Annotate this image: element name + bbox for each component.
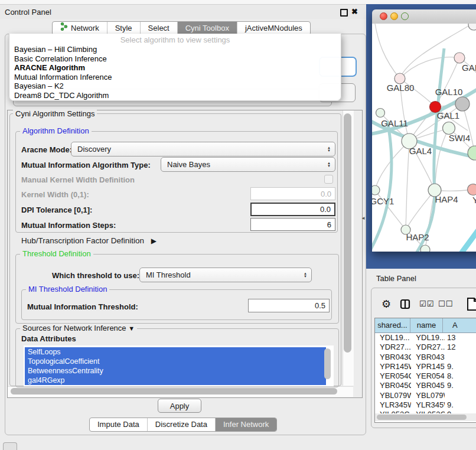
mi-steps-input[interactable]: 6 bbox=[250, 218, 335, 231]
network-window-titlebar[interactable] bbox=[372, 9, 476, 24]
tab-style[interactable]: Style bbox=[107, 22, 140, 35]
stepper-icon: ▲▼ bbox=[327, 162, 331, 168]
tab-infer-network-label: Infer Network bbox=[223, 418, 269, 431]
apply-button[interactable]: Apply bbox=[158, 399, 201, 413]
algorithm-definition-title: Algorithm Definition bbox=[20, 127, 92, 135]
aracne-mode-select[interactable]: Discovery ▲▼ bbox=[71, 142, 335, 156]
network-node-y[interactable] bbox=[468, 184, 476, 195]
column-header-clipped[interactable]: A bbox=[443, 318, 476, 332]
maximize-traffic-light[interactable] bbox=[401, 12, 409, 20]
attribute-item[interactable]: TopologicalCoefficient bbox=[25, 357, 326, 366]
which-threshold-select[interactable]: MI Threshold ▲▼ bbox=[139, 268, 312, 282]
manual-kernel-width-label: Manual Kernel Width Definition bbox=[21, 175, 135, 184]
network-node[interactable] bbox=[420, 245, 430, 252]
node-label-hap4: HAP4 bbox=[435, 194, 458, 204]
network-node[interactable] bbox=[468, 24, 476, 30]
network-canvas[interactable]: GAL80 GAL10 GAL GAL1 GAL11 SWI4 GAL4 GCY… bbox=[372, 24, 476, 252]
tab-select[interactable]: Select bbox=[140, 22, 177, 35]
network-node-gal[interactable] bbox=[454, 53, 465, 63]
node-label-gal1: GAL1 bbox=[437, 110, 459, 120]
collapse-arrow-icon: ▶ bbox=[151, 237, 157, 245]
node-label-gal10: GAL10 bbox=[435, 87, 463, 97]
panel-splitter-arrow[interactable]: ◄ bbox=[361, 216, 366, 221]
panel-title: Control Panel bbox=[5, 8, 51, 17]
manual-kernel-width-checkbox[interactable] bbox=[324, 175, 333, 184]
sources-group-title[interactable]: Sources for Network Inference ▼ bbox=[20, 324, 137, 332]
mi-steps-label: Mutual Information Steps: bbox=[21, 221, 116, 230]
tab-network[interactable]: Network bbox=[53, 22, 107, 35]
tab-jactivemnodules-label: jActiveMNodules bbox=[245, 22, 302, 35]
cell: 13 bbox=[445, 333, 476, 343]
horizontal-scrollbar-thumb[interactable] bbox=[11, 388, 337, 394]
gear-icon[interactable]: ⚙ bbox=[382, 298, 391, 311]
tab-discretize-data-label: Discretize Data bbox=[155, 418, 207, 431]
table-horizontal-scrollbar-thumb[interactable] bbox=[377, 415, 467, 420]
network-node-gal10[interactable] bbox=[455, 97, 470, 111]
table-row[interactable]: YBL079W YBL079W bbox=[375, 391, 476, 400]
cell: YBR045C bbox=[411, 381, 445, 390]
column-header-name[interactable]: name bbox=[410, 318, 443, 332]
dropdown-item[interactable]: Bayesian – K2 bbox=[9, 81, 341, 91]
tab-style-label: Style bbox=[115, 22, 132, 35]
tab-discretize-data[interactable]: Discretize Data bbox=[147, 418, 215, 431]
screen: Control Panel ✖ Network Style Select Cyn… bbox=[0, 0, 476, 450]
threshold-definition-title: Threshold Definition bbox=[20, 250, 93, 258]
close-icon[interactable]: ✖ bbox=[351, 7, 358, 16]
close-traffic-light[interactable] bbox=[380, 12, 387, 20]
table-row[interactable]: YDL19... YDL19... 13 bbox=[375, 333, 476, 343]
dropdown-item[interactable]: Dream8 DC_TDC Algorithm bbox=[9, 91, 341, 100]
dpi-tolerance-input[interactable]: 0.0 bbox=[250, 203, 335, 216]
tab-infer-network[interactable]: Infer Network bbox=[215, 418, 276, 431]
cell: YBR045C bbox=[375, 381, 411, 390]
column-header-shared-name[interactable]: shared... bbox=[375, 318, 410, 332]
control-panel-titlebar: Control Panel ✖ bbox=[0, 5, 366, 19]
cell bbox=[445, 391, 476, 400]
attribute-item[interactable]: BetweennessCentrality bbox=[25, 366, 326, 376]
table-row[interactable]: YPR145W YPR145W 9. bbox=[375, 362, 476, 371]
mi-algorithm-type-select[interactable]: Naive Bayes ▲▼ bbox=[161, 157, 335, 172]
network-node-swi4[interactable] bbox=[468, 146, 476, 160]
tab-impute-data[interactable]: Impute Data bbox=[90, 418, 147, 431]
tab-select-label: Select bbox=[148, 22, 169, 35]
minimized-panel-icon[interactable] bbox=[3, 442, 17, 450]
document-icon[interactable] bbox=[466, 297, 476, 314]
minimize-traffic-light[interactable] bbox=[390, 12, 398, 20]
network-node-gcy1[interactable] bbox=[372, 185, 380, 195]
attribute-item[interactable]: gal4RGexp bbox=[25, 376, 326, 385]
checked-checkboxes-icon[interactable]: ☑☑ bbox=[419, 299, 434, 308]
cyni-algorithm-settings-title: Cyni Algorithm Settings bbox=[13, 110, 97, 118]
network-node-gal11[interactable] bbox=[376, 109, 385, 118]
hub-definition-toggle[interactable]: Hub/Transcription Factor Definition ▶ bbox=[21, 236, 157, 245]
tab-cyni-toolbox[interactable]: Cyni Toolbox bbox=[177, 22, 237, 35]
table-row[interactable]: YLR345W YLR345W 9. bbox=[375, 400, 476, 410]
algorithm-dropdown-popup: Select algorithm to view settings Bayesi… bbox=[9, 34, 341, 101]
dropdown-placeholder: Select algorithm to view settings bbox=[9, 35, 341, 45]
hub-definition-label: Hub/Transcription Factor Definition bbox=[21, 236, 144, 245]
cell: YLR345W bbox=[375, 400, 411, 410]
apply-button-label: Apply bbox=[170, 402, 190, 410]
mi-threshold-input[interactable]: 0.5 bbox=[248, 299, 330, 312]
vertical-scrollbar-thumb[interactable] bbox=[344, 113, 351, 353]
attributes-scrollbar-thumb[interactable] bbox=[324, 348, 331, 379]
node-label-gal80: GAL80 bbox=[387, 83, 415, 93]
table-row[interactable]: YBR045C YBR045C 9. bbox=[375, 381, 476, 390]
bottom-tabs: Impute Data Discretize Data Infer Networ… bbox=[89, 418, 277, 432]
table-row[interactable]: YDR27... YDR27... 12 bbox=[375, 343, 476, 352]
attribute-item[interactable]: SelfLoops bbox=[25, 347, 326, 357]
float-panel-icon[interactable] bbox=[340, 9, 348, 17]
dropdown-item-selected[interactable]: ARACNE Algorithm bbox=[9, 63, 341, 73]
kernel-width-input[interactable]: 0.0 bbox=[250, 187, 335, 200]
dropdown-item[interactable]: Bayesian – Hill Climbing bbox=[9, 45, 341, 54]
attribute-table: shared... name A YDL19... YDL19... 13 YD… bbox=[374, 318, 476, 423]
dropdown-item[interactable]: Mutual Information Inference bbox=[9, 73, 341, 82]
unchecked-checkboxes-icon[interactable]: ☐☐ bbox=[438, 299, 453, 308]
table-row[interactable]: YBR043C YBR043C bbox=[375, 353, 476, 362]
mi-threshold-group-title: MI Threshold Definition bbox=[26, 285, 109, 294]
cell: 9. bbox=[445, 400, 476, 410]
dropdown-item[interactable]: Basic Correlation Inference bbox=[9, 54, 341, 64]
network-edge-cyan bbox=[444, 223, 476, 252]
aracne-mode-value: Discovery bbox=[77, 145, 111, 154]
columns-icon[interactable] bbox=[400, 299, 410, 312]
table-row[interactable]: YER054C YER054C 8. bbox=[375, 371, 476, 381]
tab-jactivemnodules[interactable]: jActiveMNodules bbox=[237, 22, 310, 35]
